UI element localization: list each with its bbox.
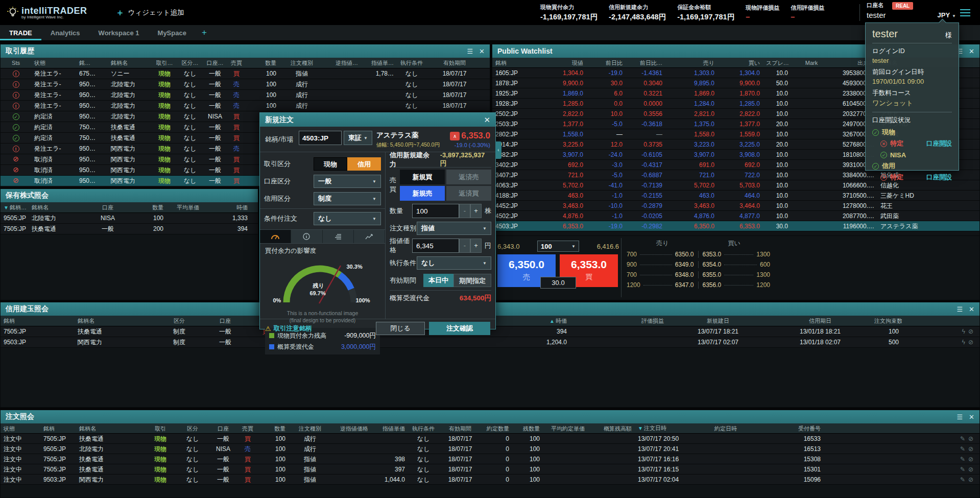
- tab-gauge[interactable]: [260, 230, 291, 243]
- close-icon[interactable]: ✕: [479, 48, 485, 55]
- close-icon[interactable]: ✕: [969, 305, 974, 313]
- add-widget-button[interactable]: ＋ ウィジェット追加: [116, 7, 184, 18]
- table-row[interactable]: 注文中7505:JP扶桑電通現物なし一般買100指値397なし18/07/170…: [1, 464, 979, 475]
- close-button[interactable]: 閉じる: [376, 322, 425, 335]
- column-header[interactable]: 指値単…: [361, 58, 397, 68]
- column-header[interactable]: 売り: [665, 58, 718, 68]
- column-header[interactable]: 数量: [246, 58, 279, 68]
- column-header[interactable]: 現値: [548, 58, 586, 68]
- tab-trade[interactable]: TRADE: [0, 25, 41, 40]
- table-row[interactable]: !発注エラ-950…北陸電力現物なし一般売100成行なし18/07/17: [1, 79, 490, 90]
- period-today-button[interactable]: 本日中: [423, 274, 453, 287]
- column-header[interactable]: 区分: [176, 423, 209, 434]
- column-header[interactable]: 銘柄: [40, 423, 76, 434]
- column-header[interactable]: 評価損益: [570, 316, 667, 326]
- column-header[interactable]: 残数量: [512, 423, 543, 434]
- column-header[interactable]: 状態: [1, 423, 40, 434]
- table-row[interactable]: 9505:JP北陸電力NISA1001,333: [1, 213, 258, 224]
- confirm-order-button[interactable]: 注文確認: [429, 322, 490, 335]
- close-icon[interactable]: ✕: [969, 48, 974, 55]
- market-select[interactable]: 東証▼: [344, 131, 372, 145]
- trade-warning-link[interactable]: ⚠ 取引注意銘柄: [265, 324, 312, 333]
- table-row[interactable]: !発注エラ-675…ソニー現物なし一般買100指値1,78…なし18/07/17: [1, 68, 490, 79]
- tab-chart[interactable]: [354, 230, 385, 243]
- column-header[interactable]: 指値単価: [371, 423, 408, 434]
- ladder-row[interactable]: 7006350.06353.01300: [627, 249, 770, 259]
- new-sell-button[interactable]: 新規売: [400, 186, 445, 201]
- column-header[interactable]: 取引: [145, 423, 176, 434]
- column-header[interactable]: 約定日時: [711, 423, 773, 434]
- limit-price-input[interactable]: 6,345: [412, 239, 459, 253]
- column-header[interactable]: 有効期間: [439, 423, 482, 434]
- quantity-input[interactable]: 100: [412, 204, 459, 218]
- column-header[interactable]: 区分…: [177, 58, 203, 68]
- column-header[interactable]: 売買: [227, 58, 246, 68]
- ladder-row[interactable]: 7006348.06355.01300: [627, 270, 770, 280]
- exec-condition-select[interactable]: なし▼: [417, 256, 491, 270]
- ladder-row[interactable]: 9006349.06354.0600: [627, 259, 770, 270]
- column-header[interactable]: 取引…: [152, 58, 177, 68]
- column-header[interactable]: 銘柄名: [29, 202, 92, 213]
- column-header[interactable]: 逆指値価格: [331, 423, 371, 434]
- column-header[interactable]: 状態: [31, 58, 76, 68]
- column-header[interactable]: 売買: [237, 423, 258, 434]
- column-header[interactable]: 口座: [209, 423, 237, 434]
- column-header[interactable]: 銘柄: [492, 58, 548, 68]
- column-header[interactable]: 注文種別: [289, 423, 331, 434]
- column-header[interactable]: 数量: [123, 202, 166, 213]
- panel-menu-icon[interactable]: ☰: [467, 48, 473, 55]
- close-icon[interactable]: ✕: [969, 413, 974, 421]
- column-header[interactable]: 口座: [92, 202, 123, 213]
- column-header[interactable]: Sts: [1, 58, 31, 68]
- column-header[interactable]: 区分: [156, 316, 202, 326]
- column-header[interactable]: 銘…: [76, 58, 108, 68]
- column-header[interactable]: 銘柄名: [76, 423, 145, 434]
- conditional-order-select[interactable]: なし▼: [314, 212, 381, 225]
- table-row[interactable]: 注文中7505:JP扶桑電通現物なし一般買100成行なし18/07/170100…: [1, 434, 979, 444]
- column-header[interactable]: 執行条件: [397, 58, 426, 68]
- currency-selector[interactable]: JPY▼: [938, 11, 957, 19]
- column-header[interactable]: 概算残高額: [588, 423, 635, 434]
- period-range-button[interactable]: 期間指定: [453, 274, 491, 287]
- close-buy-button[interactable]: 返済買: [446, 186, 491, 201]
- column-header[interactable]: 数量: [258, 423, 289, 434]
- column-header[interactable]: 前日比…: [626, 58, 665, 68]
- quantity-plus-button[interactable]: +: [470, 204, 482, 218]
- column-header[interactable]: 口座: [202, 316, 248, 326]
- menu-icon[interactable]: [960, 7, 970, 18]
- table-row[interactable]: 4188:JP463.0-1.0-0.2155463.0464.010.0371…: [492, 191, 979, 201]
- table-row[interactable]: !発注エラ-950…北陸電力現物なし一般売100成行なし18/07/17: [1, 101, 490, 111]
- column-header[interactable]: 前日比: [586, 58, 626, 68]
- column-header[interactable]: 買い: [718, 58, 763, 68]
- close-icon[interactable]: ✕: [484, 115, 490, 125]
- account-type-select[interactable]: 一般▼: [314, 175, 381, 188]
- add-tab-button[interactable]: +: [196, 25, 213, 40]
- table-row[interactable]: 4452:JP3,463.0-10.0-0.28793,463.03,464.0…: [492, 201, 979, 211]
- collapse-handle[interactable]: ‹: [495, 141, 501, 159]
- panel-menu-icon[interactable]: ☰: [957, 413, 963, 421]
- column-header[interactable]: 口座…: [203, 58, 227, 68]
- tab-analytics[interactable]: Analytics: [41, 25, 89, 40]
- column-header[interactable]: ▼銘柄…: [1, 202, 29, 213]
- column-header[interactable]: ▼注文日時: [635, 423, 711, 434]
- ladder-row[interactable]: 12006347.06356.01200: [627, 280, 770, 290]
- open-account-link[interactable]: 口座開設: [926, 173, 952, 182]
- column-header[interactable]: 執行条件: [408, 423, 439, 434]
- table-row[interactable]: 4503:JP6,353.0-19.0-0.29826,350.06,353.0…: [492, 221, 979, 231]
- table-row[interactable]: 注文中7505:JP扶桑電通現物なし一般買100指値398なし18/07/170…: [1, 454, 979, 464]
- column-header[interactable]: 注文種別: [279, 58, 324, 68]
- open-account-link[interactable]: 口座開設: [926, 139, 952, 148]
- tab-myspace[interactable]: MySpace: [149, 25, 196, 40]
- order-type-select[interactable]: 指値▼: [417, 222, 491, 235]
- margin-button[interactable]: 信用: [347, 157, 381, 171]
- table-row[interactable]: 7505:JP扶桑電通一般200394: [1, 224, 258, 234]
- column-header[interactable]: スプレ…: [763, 58, 791, 68]
- limit-minus-button[interactable]: -: [459, 239, 470, 253]
- column-header[interactable]: Mark: [791, 58, 832, 68]
- column-header[interactable]: 有効期間: [426, 58, 483, 68]
- symbol-input[interactable]: 4503:JP: [299, 131, 342, 145]
- column-header[interactable]: 銘柄名: [75, 316, 156, 326]
- table-row[interactable]: 注文中9503:JP関西電力現物なし一般買100指値1,044.0なし18/07…: [1, 475, 979, 485]
- column-header[interactable]: 注文拘束数量: [871, 316, 902, 326]
- column-header[interactable]: 受付番号: [773, 423, 824, 434]
